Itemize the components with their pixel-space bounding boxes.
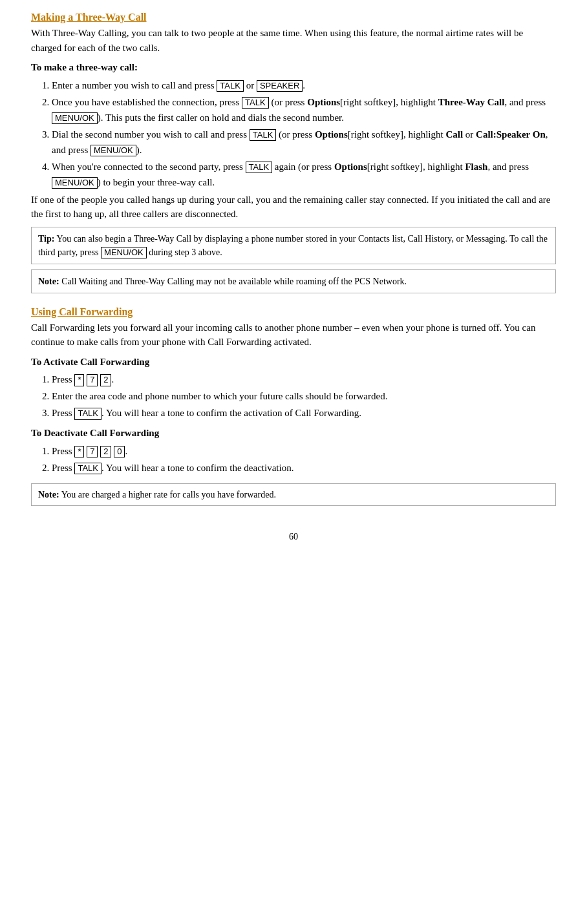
three-way-step-3: Dial the second number you wish to call … bbox=[52, 127, 556, 158]
two-kbd-deactivate: 2 bbox=[100, 446, 111, 458]
talk-kbd-activate: TALK bbox=[74, 408, 101, 420]
making-three-way-section: Making a Three-Way Call With Three-Way C… bbox=[31, 12, 556, 293]
using-call-forwarding-section: Using Call Forwarding Call Forwarding le… bbox=[31, 306, 556, 511]
making-three-way-intro: With Three-Way Calling, you can talk to … bbox=[31, 26, 556, 55]
deactivate-step-2: Press TALK. You will hear a tone to conf… bbox=[52, 460, 556, 476]
talk-kbd-1: TALK bbox=[217, 80, 244, 92]
talk-kbd-3: TALK bbox=[250, 129, 277, 142]
activate-step-2: Enter the area code and phone number to … bbox=[52, 388, 556, 404]
activate-step-1: Press * 7 2. bbox=[52, 372, 556, 387]
three-way-step-4: When you're connected to the second part… bbox=[52, 159, 556, 190]
menuok-kbd-1: MENU/OK bbox=[52, 112, 98, 125]
making-three-way-title: Making a Three-Way Call bbox=[31, 12, 556, 23]
note-label-three-way: Note: bbox=[38, 277, 59, 286]
note-text-forwarding: You are charged a higher rate for calls … bbox=[59, 490, 276, 499]
speaker-kbd: SPEAKER bbox=[257, 80, 303, 92]
activate-step-3: Press TALK. You will hear a tone to conf… bbox=[52, 405, 556, 421]
three-way-followup: If one of the people you called hangs up… bbox=[31, 193, 556, 222]
seven-kbd-deactivate: 7 bbox=[87, 446, 98, 458]
tip-text-after: during step 3 above. bbox=[147, 247, 222, 257]
talk-kbd-deactivate: TALK bbox=[74, 463, 101, 475]
seven-kbd-activate: 7 bbox=[87, 374, 98, 386]
two-kbd-activate: 2 bbox=[100, 374, 111, 386]
star-kbd-deactivate: * bbox=[74, 446, 84, 458]
to-make-label: To make a three-way call: bbox=[31, 60, 556, 75]
note-box-three-way: Note: Call Waiting and Three-Way Calling… bbox=[31, 269, 556, 293]
deactivate-step-1: Press * 7 2 0. bbox=[52, 443, 556, 459]
star-kbd-activate: * bbox=[74, 374, 84, 386]
note-label-forwarding: Note: bbox=[38, 490, 59, 499]
three-way-steps: Enter a number you wish to call and pres… bbox=[52, 78, 556, 190]
tip-box: Tip: You can also begin a Three-Way Call… bbox=[31, 227, 556, 264]
talk-kbd-4: TALK bbox=[246, 162, 273, 174]
activate-steps: Press * 7 2. Enter the area code and pho… bbox=[52, 372, 556, 421]
page-number: 60 bbox=[31, 532, 556, 542]
note-text-three-way: Call Waiting and Three-Way Calling may n… bbox=[59, 277, 407, 286]
menuok-kbd-2: MENU/OK bbox=[91, 145, 136, 157]
talk-kbd-2: TALK bbox=[242, 97, 269, 109]
three-way-step-2: Once you have established the connection… bbox=[52, 94, 556, 125]
three-way-step-1: Enter a number you wish to call and pres… bbox=[52, 78, 556, 93]
call-forwarding-title: Using Call Forwarding bbox=[31, 306, 556, 318]
zero-kbd-deactivate: 0 bbox=[114, 446, 125, 458]
menuok-kbd-tip: MENU/OK bbox=[101, 247, 147, 259]
menuok-kbd-3: MENU/OK bbox=[52, 177, 98, 189]
call-forwarding-intro: Call Forwarding lets you forward all you… bbox=[31, 320, 556, 350]
tip-label: Tip: bbox=[38, 234, 54, 244]
activate-heading: To Activate Call Forwarding bbox=[31, 355, 556, 370]
deactivate-heading: To Deactivate Call Forwarding bbox=[31, 426, 556, 441]
deactivate-steps: Press * 7 2 0. Press TALK. You will hear… bbox=[52, 443, 556, 476]
note-box-forwarding: Note: You are charged a higher rate for … bbox=[31, 483, 556, 506]
